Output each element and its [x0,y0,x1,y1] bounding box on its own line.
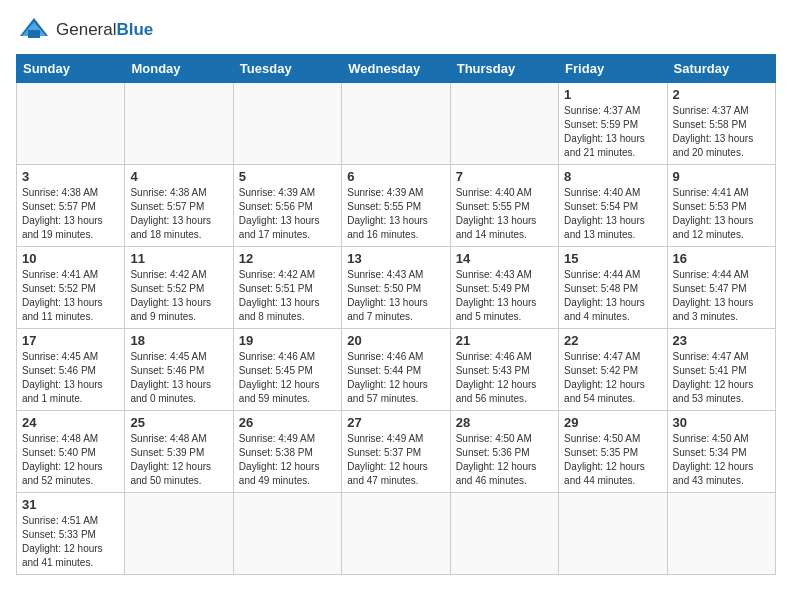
calendar-cell [342,493,450,575]
week-row-4: 17Sunrise: 4:45 AM Sunset: 5:46 PM Dayli… [17,329,776,411]
day-info: Sunrise: 4:51 AM Sunset: 5:33 PM Dayligh… [22,514,119,570]
calendar-cell [450,493,558,575]
day-number: 7 [456,169,553,184]
day-info: Sunrise: 4:44 AM Sunset: 5:48 PM Dayligh… [564,268,661,324]
calendar-cell: 3Sunrise: 4:38 AM Sunset: 5:57 PM Daylig… [17,165,125,247]
calendar-cell: 26Sunrise: 4:49 AM Sunset: 5:38 PM Dayli… [233,411,341,493]
day-number: 15 [564,251,661,266]
day-info: Sunrise: 4:38 AM Sunset: 5:57 PM Dayligh… [130,186,227,242]
day-info: Sunrise: 4:45 AM Sunset: 5:46 PM Dayligh… [130,350,227,406]
calendar-cell [125,83,233,165]
svg-rect-3 [28,30,40,38]
day-number: 25 [130,415,227,430]
day-number: 8 [564,169,661,184]
day-number: 14 [456,251,553,266]
day-info: Sunrise: 4:39 AM Sunset: 5:56 PM Dayligh… [239,186,336,242]
calendar-cell: 18Sunrise: 4:45 AM Sunset: 5:46 PM Dayli… [125,329,233,411]
day-number: 31 [22,497,119,512]
calendar-cell: 4Sunrise: 4:38 AM Sunset: 5:57 PM Daylig… [125,165,233,247]
calendar-cell: 14Sunrise: 4:43 AM Sunset: 5:49 PM Dayli… [450,247,558,329]
header-day-sunday: Sunday [17,55,125,83]
calendar-cell: 28Sunrise: 4:50 AM Sunset: 5:36 PM Dayli… [450,411,558,493]
logo-text: GeneralBlue [56,20,153,40]
week-row-3: 10Sunrise: 4:41 AM Sunset: 5:52 PM Dayli… [17,247,776,329]
calendar-cell: 15Sunrise: 4:44 AM Sunset: 5:48 PM Dayli… [559,247,667,329]
calendar-cell [233,493,341,575]
day-info: Sunrise: 4:42 AM Sunset: 5:51 PM Dayligh… [239,268,336,324]
calendar-cell [125,493,233,575]
day-info: Sunrise: 4:43 AM Sunset: 5:49 PM Dayligh… [456,268,553,324]
calendar-cell: 12Sunrise: 4:42 AM Sunset: 5:51 PM Dayli… [233,247,341,329]
day-info: Sunrise: 4:47 AM Sunset: 5:42 PM Dayligh… [564,350,661,406]
day-info: Sunrise: 4:37 AM Sunset: 5:58 PM Dayligh… [673,104,770,160]
day-info: Sunrise: 4:50 AM Sunset: 5:34 PM Dayligh… [673,432,770,488]
day-info: Sunrise: 4:39 AM Sunset: 5:55 PM Dayligh… [347,186,444,242]
calendar-cell: 23Sunrise: 4:47 AM Sunset: 5:41 PM Dayli… [667,329,775,411]
logo: GeneralBlue [16,16,153,44]
day-number: 10 [22,251,119,266]
day-number: 29 [564,415,661,430]
calendar-cell: 24Sunrise: 4:48 AM Sunset: 5:40 PM Dayli… [17,411,125,493]
day-info: Sunrise: 4:42 AM Sunset: 5:52 PM Dayligh… [130,268,227,324]
day-info: Sunrise: 4:50 AM Sunset: 5:35 PM Dayligh… [564,432,661,488]
day-number: 17 [22,333,119,348]
calendar-cell [450,83,558,165]
header-day-friday: Friday [559,55,667,83]
calendar-cell: 10Sunrise: 4:41 AM Sunset: 5:52 PM Dayli… [17,247,125,329]
calendar-cell: 22Sunrise: 4:47 AM Sunset: 5:42 PM Dayli… [559,329,667,411]
calendar-cell [342,83,450,165]
calendar-cell: 16Sunrise: 4:44 AM Sunset: 5:47 PM Dayli… [667,247,775,329]
calendar-cell: 2Sunrise: 4:37 AM Sunset: 5:58 PM Daylig… [667,83,775,165]
header-row: SundayMondayTuesdayWednesdayThursdayFrid… [17,55,776,83]
day-info: Sunrise: 4:47 AM Sunset: 5:41 PM Dayligh… [673,350,770,406]
calendar-cell [233,83,341,165]
day-number: 1 [564,87,661,102]
day-info: Sunrise: 4:46 AM Sunset: 5:44 PM Dayligh… [347,350,444,406]
calendar-cell: 7Sunrise: 4:40 AM Sunset: 5:55 PM Daylig… [450,165,558,247]
day-number: 22 [564,333,661,348]
calendar-cell: 17Sunrise: 4:45 AM Sunset: 5:46 PM Dayli… [17,329,125,411]
calendar-cell: 25Sunrise: 4:48 AM Sunset: 5:39 PM Dayli… [125,411,233,493]
calendar-cell: 1Sunrise: 4:37 AM Sunset: 5:59 PM Daylig… [559,83,667,165]
day-number: 6 [347,169,444,184]
calendar-cell [667,493,775,575]
calendar-cell: 30Sunrise: 4:50 AM Sunset: 5:34 PM Dayli… [667,411,775,493]
calendar-cell: 6Sunrise: 4:39 AM Sunset: 5:55 PM Daylig… [342,165,450,247]
day-number: 9 [673,169,770,184]
calendar-cell: 9Sunrise: 4:41 AM Sunset: 5:53 PM Daylig… [667,165,775,247]
day-number: 23 [673,333,770,348]
day-info: Sunrise: 4:37 AM Sunset: 5:59 PM Dayligh… [564,104,661,160]
calendar-cell: 19Sunrise: 4:46 AM Sunset: 5:45 PM Dayli… [233,329,341,411]
day-number: 2 [673,87,770,102]
day-number: 20 [347,333,444,348]
week-row-2: 3Sunrise: 4:38 AM Sunset: 5:57 PM Daylig… [17,165,776,247]
header-day-tuesday: Tuesday [233,55,341,83]
header-day-monday: Monday [125,55,233,83]
header-day-thursday: Thursday [450,55,558,83]
day-number: 24 [22,415,119,430]
calendar-header: SundayMondayTuesdayWednesdayThursdayFrid… [17,55,776,83]
day-number: 12 [239,251,336,266]
day-info: Sunrise: 4:46 AM Sunset: 5:43 PM Dayligh… [456,350,553,406]
calendar-cell: 20Sunrise: 4:46 AM Sunset: 5:44 PM Dayli… [342,329,450,411]
day-info: Sunrise: 4:49 AM Sunset: 5:38 PM Dayligh… [239,432,336,488]
day-number: 26 [239,415,336,430]
day-info: Sunrise: 4:46 AM Sunset: 5:45 PM Dayligh… [239,350,336,406]
day-number: 11 [130,251,227,266]
calendar-cell: 11Sunrise: 4:42 AM Sunset: 5:52 PM Dayli… [125,247,233,329]
day-info: Sunrise: 4:50 AM Sunset: 5:36 PM Dayligh… [456,432,553,488]
day-info: Sunrise: 4:41 AM Sunset: 5:52 PM Dayligh… [22,268,119,324]
day-number: 27 [347,415,444,430]
day-number: 30 [673,415,770,430]
week-row-6: 31Sunrise: 4:51 AM Sunset: 5:33 PM Dayli… [17,493,776,575]
day-info: Sunrise: 4:41 AM Sunset: 5:53 PM Dayligh… [673,186,770,242]
calendar-cell: 29Sunrise: 4:50 AM Sunset: 5:35 PM Dayli… [559,411,667,493]
day-info: Sunrise: 4:45 AM Sunset: 5:46 PM Dayligh… [22,350,119,406]
day-info: Sunrise: 4:48 AM Sunset: 5:40 PM Dayligh… [22,432,119,488]
day-number: 18 [130,333,227,348]
calendar-cell: 31Sunrise: 4:51 AM Sunset: 5:33 PM Dayli… [17,493,125,575]
calendar-body: 1Sunrise: 4:37 AM Sunset: 5:59 PM Daylig… [17,83,776,575]
calendar-cell: 27Sunrise: 4:49 AM Sunset: 5:37 PM Dayli… [342,411,450,493]
day-info: Sunrise: 4:48 AM Sunset: 5:39 PM Dayligh… [130,432,227,488]
day-info: Sunrise: 4:40 AM Sunset: 5:54 PM Dayligh… [564,186,661,242]
